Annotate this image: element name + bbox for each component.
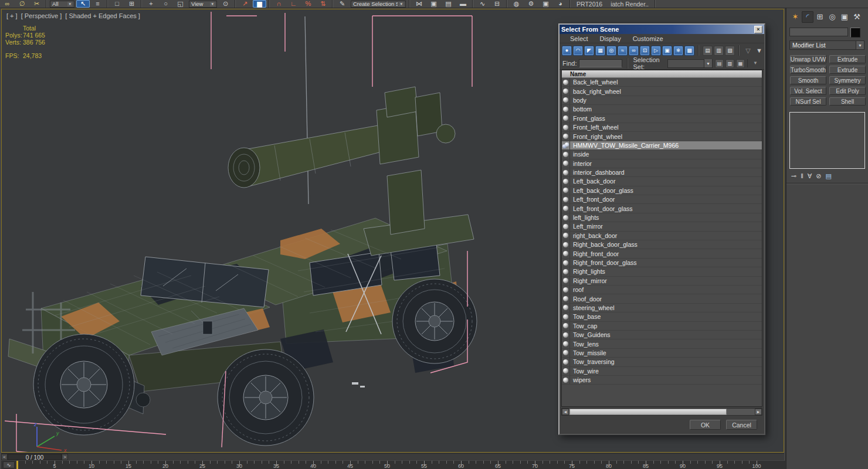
hmmwv-model[interactable] <box>5 11 491 452</box>
subtract-selected-from-set-button[interactable]: ▥ <box>725 59 734 68</box>
use-pivot-point-center-button[interactable]: ⊙ <box>219 0 232 8</box>
scene-object-row[interactable]: wipers <box>562 376 762 385</box>
scene-object-row[interactable]: Tow_cap <box>562 322 762 331</box>
scene-object-row[interactable]: Left_mirror <box>562 222 762 231</box>
display-helpers-button[interactable]: ◎ <box>606 46 616 56</box>
scene-object-row[interactable]: Front_glass <box>562 114 762 123</box>
scene-object-row[interactable]: Front_left_wheel <box>562 123 762 132</box>
angle-snap-button[interactable]: ∟ <box>287 0 300 8</box>
tab-create[interactable]: ✶ <box>789 11 801 23</box>
dropdown-arrow-icon[interactable]: ▾ <box>399 2 404 6</box>
selection-set-dropdown[interactable]: ▼ <box>667 59 713 68</box>
column-view-button[interactable]: ▥ <box>714 46 724 56</box>
modifier-button-vol-select[interactable]: Vol. Select <box>790 87 826 95</box>
name-column-header[interactable]: Name <box>562 70 762 78</box>
keyboard-shortcut-override-toggle[interactable]: ▆ <box>253 0 266 8</box>
filter-selection-button[interactable]: ▽ <box>743 46 753 56</box>
scene-object-row[interactable]: interior <box>562 159 762 168</box>
menu-customize[interactable]: Customize <box>627 35 669 42</box>
select-set-members-button[interactable]: ▦ <box>736 59 745 68</box>
tab-hierarchy[interactable]: ⊞ <box>814 11 826 23</box>
display-shapes-button[interactable]: ◠ <box>573 46 583 56</box>
scene-object-row[interactable]: Tow_Guidens <box>562 331 762 339</box>
modifier-button-extrude[interactable]: Extrude <box>829 55 866 63</box>
rendered-frame-window-button[interactable]: ▣ <box>539 0 552 8</box>
modifier-button-nsurf-sel[interactable]: NSurf Sel <box>790 97 826 106</box>
scene-object-row[interactable]: Tow_traversing <box>562 358 762 366</box>
remove-modifier-button[interactable]: ⊘ <box>816 172 821 180</box>
dialog-titlebar[interactable]: Select From Scene × <box>560 25 764 34</box>
scene-object-row[interactable]: left_lights <box>562 213 762 222</box>
render-production-button[interactable]: ◕ <box>554 0 567 8</box>
modifier-list-dropdown[interactable]: Modifier List ▼ <box>789 40 864 50</box>
scrollbar-thumb[interactable] <box>569 409 727 415</box>
percent-snap-button[interactable]: % <box>301 0 315 8</box>
scene-object-row[interactable]: Tow_wire <box>562 367 762 376</box>
scene-object-row[interactable]: Right_lights <box>562 267 762 276</box>
ok-button[interactable]: OK <box>690 420 721 430</box>
dialog-close-button[interactable]: × <box>754 26 762 33</box>
curve-editor-button[interactable]: ∿ <box>476 0 489 8</box>
make-unique-button[interactable]: ∀ <box>808 172 812 180</box>
spinner-snap-button[interactable]: ⇅ <box>316 0 330 8</box>
select-and-link-button[interactable]: ∞ <box>1 0 14 8</box>
tab-utilities[interactable]: ⚒ <box>851 11 863 23</box>
add-selected-to-set-button[interactable]: ▤ <box>715 59 724 68</box>
display-xrefs-button[interactable]: ⊡ <box>640 46 650 56</box>
select-and-rotate-button[interactable]: ○ <box>159 0 172 8</box>
modifier-button-edit-poly[interactable]: Edit Poly <box>829 87 866 95</box>
scroll-left-arrow[interactable]: ◄ <box>562 409 569 415</box>
display-groups-button[interactable]: ∞ <box>629 46 639 56</box>
align-button[interactable]: ▣ <box>427 0 440 8</box>
configure-modifier-sets-button[interactable]: ▤ <box>826 172 832 180</box>
scene-object-row[interactable]: interior_dashboard <box>562 168 762 177</box>
modifier-button-shell[interactable]: Shell <box>829 97 866 106</box>
dropdown-arrow-icon[interactable]: ▼ <box>704 59 712 67</box>
menu-display[interactable]: Display <box>594 35 627 42</box>
named-selection-sets-dropdown[interactable]: Create Selection Se▾ <box>351 1 406 8</box>
modifier-button-smooth[interactable]: Smooth <box>790 76 826 84</box>
rectangular-selection-region-button[interactable]: □ <box>110 0 124 8</box>
column-chooser-arrow[interactable]: ▼ <box>747 59 761 67</box>
schematic-view-button[interactable]: ⊟ <box>490 0 504 8</box>
scene-object-row[interactable]: Right_back_door_glass <box>562 240 762 249</box>
display-geometry-button[interactable]: ● <box>562 46 572 56</box>
modifier-button-extrude[interactable]: Extrude <box>829 66 866 74</box>
scene-object-row[interactable]: Right_front_door <box>562 249 762 258</box>
layer-manager-button[interactable]: ▤ <box>442 0 455 8</box>
material-editor-button[interactable]: ◍ <box>510 0 523 8</box>
scene-object-row[interactable]: Tow_base <box>562 312 762 321</box>
dropdown-arrow-icon[interactable]: ▾ <box>210 2 215 6</box>
display-lights-button[interactable]: ◤ <box>584 46 594 56</box>
scroll-right-arrow[interactable]: ► <box>755 409 762 415</box>
scene-object-row[interactable]: Right_mirror <box>562 277 762 286</box>
scene-object-row[interactable]: right_back_door <box>562 232 762 240</box>
find-input[interactable] <box>579 59 622 67</box>
display-cameras-button[interactable]: ▦ <box>595 46 605 56</box>
open-mini-curve-editor-button[interactable]: ∿ <box>3 461 15 468</box>
tab-motion[interactable]: ◎ <box>826 11 838 23</box>
select-and-move-button[interactable]: + <box>144 0 158 8</box>
scene-object-row[interactable]: Left_front_door <box>562 195 762 204</box>
dropdown-arrow-icon[interactable]: ▾ <box>67 2 72 6</box>
scene-object-row[interactable]: Tow_lens <box>562 339 762 348</box>
current-frame-marker[interactable] <box>16 461 18 469</box>
show-end-result-button[interactable]: ‖ <box>801 172 803 180</box>
modifier-stack[interactable] <box>789 112 865 169</box>
display-space-warps-button[interactable]: ≈ <box>618 46 628 56</box>
horizontal-scrollbar[interactable]: ◄ ► <box>561 408 762 416</box>
scene-object-row[interactable]: Roof_door <box>562 294 762 303</box>
filter-combinations-button[interactable]: ▼ <box>754 46 764 56</box>
unlink-selection-button[interactable]: ∅ <box>15 0 29 8</box>
track-bar[interactable]: ∿ 51015202530354045505560657075808590951… <box>1 461 786 469</box>
scene-object-row[interactable]: roof <box>562 286 762 294</box>
modifier-button-turbosmooth[interactable]: TurboSmooth <box>790 66 826 74</box>
object-name-field[interactable] <box>789 28 848 36</box>
scene-object-row[interactable]: bottom <box>562 105 762 114</box>
modifier-button-symmetry[interactable]: Symmetry <box>829 76 866 84</box>
scene-object-row[interactable]: Back_left_wheel <box>562 78 762 87</box>
scene-object-row[interactable]: Left_back_door <box>562 177 762 186</box>
select-and-manipulate-button[interactable]: ↗ <box>238 0 252 8</box>
scene-object-row[interactable]: back_right_wheel <box>562 87 762 96</box>
bind-to-space-warp-button[interactable]: ✂ <box>30 0 43 8</box>
